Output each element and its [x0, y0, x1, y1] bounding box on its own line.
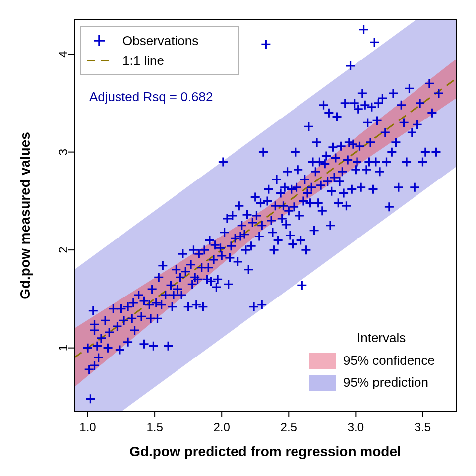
- x-tick-label: 1.0: [79, 420, 96, 434]
- chart-svg: 1.01.52.02.53.03.51234Gd.pow predicted f…: [0, 0, 476, 476]
- intervals-item-label: 95% confidence: [343, 353, 435, 368]
- x-axis-label: Gd.pow predicted from regression model: [129, 444, 401, 459]
- y-tick-label: 4: [57, 51, 70, 57]
- observation-point: [359, 25, 368, 34]
- legend-item-label: Observations: [122, 33, 198, 48]
- y-tick-label: 3: [57, 149, 70, 155]
- swatch-icon: [309, 375, 336, 391]
- swatch-icon: [309, 353, 336, 369]
- x-tick-label: 3.0: [348, 420, 364, 434]
- y-tick-label: 2: [57, 246, 70, 253]
- observation-point: [370, 38, 379, 47]
- x-tick-label: 3.5: [415, 420, 431, 434]
- y-axis-label: Gd.pow measured values: [17, 132, 33, 299]
- rsq-annotation: Adjusted Rsq = 0.682: [89, 89, 213, 104]
- observation-point: [261, 40, 270, 49]
- y-tick-label: 1: [57, 345, 70, 351]
- intervals-item-label: 95% prediction: [343, 375, 428, 390]
- legend-item-label: 1:1 line: [122, 53, 164, 68]
- x-tick-label: 2.5: [281, 420, 297, 434]
- x-tick-label: 2.0: [214, 420, 230, 434]
- observation-point: [298, 281, 306, 290]
- intervals-title: Intervals: [357, 330, 406, 345]
- x-tick-label: 1.5: [146, 420, 163, 434]
- scatter-chart: 1.01.52.02.53.03.51234Gd.pow predicted f…: [0, 0, 476, 476]
